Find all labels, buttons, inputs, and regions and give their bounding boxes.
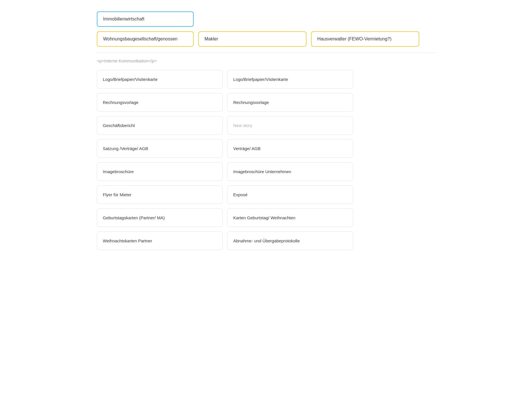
list-item[interactable]: Exposé	[227, 185, 353, 204]
list-item[interactable]: Karten Geburtstag/ Weihnachten	[227, 208, 353, 227]
new-story-box[interactable]: New story	[227, 116, 353, 135]
top-section: Immobilienwirtschaft Wohnungsbaugesellsc…	[97, 6, 435, 53]
makler-box[interactable]: Makler	[198, 31, 306, 47]
list-item[interactable]: Satzung /Verträge/ AGB	[97, 139, 223, 158]
list-item[interactable]: Flyer für Mieter	[97, 185, 223, 204]
list-item[interactable]: Rechnungsvorlage	[227, 93, 353, 112]
list-item[interactable]: Logo/Briefpapier/Visitenkarte	[227, 70, 353, 89]
main-section: <p>Interne Kommunikation</p> Logo/Briefp…	[97, 53, 435, 256]
hausverwalter-box[interactable]: Hausverwalter (FEWO-Vermietung?)	[311, 31, 419, 47]
page-wrapper: Immobilienwirtschaft Wohnungsbaugesellsc…	[85, 0, 447, 261]
list-item[interactable]: Geschäftsbericht	[97, 116, 223, 135]
top-row-2: Wohnungsbaugesellschaft/genossen Makler …	[97, 31, 435, 47]
wohnungsbau-box[interactable]: Wohnungsbaugesellschaft/genossen	[97, 31, 194, 47]
list-item[interactable]: Logo/Briefpapier/Visitenkarte	[97, 70, 223, 89]
top-row-1: Immobilienwirtschaft	[97, 11, 435, 27]
list-item[interactable]: Imagebroschüre	[97, 162, 223, 181]
list-item[interactable]: Abnahme- und Übergabeprotokolle	[227, 232, 353, 250]
section-title: <p>Interne Kommunikation</p>	[97, 58, 435, 63]
list-item[interactable]: Rechnungsvorlage	[97, 93, 223, 112]
list-item[interactable]: Verträge/ AGB	[227, 139, 353, 158]
grid-container: Logo/Briefpapier/Visitenkarte Logo/Brief…	[97, 70, 353, 250]
list-item[interactable]: Weihnachtskarten Partner	[97, 232, 223, 250]
list-item[interactable]: Imagebroschüre Unternehmen	[227, 162, 353, 181]
immobilienwirtschaft-box[interactable]: Immobilienwirtschaft	[97, 11, 194, 27]
list-item[interactable]: Geburtstagskarten (Partner/ MA)	[97, 208, 223, 227]
